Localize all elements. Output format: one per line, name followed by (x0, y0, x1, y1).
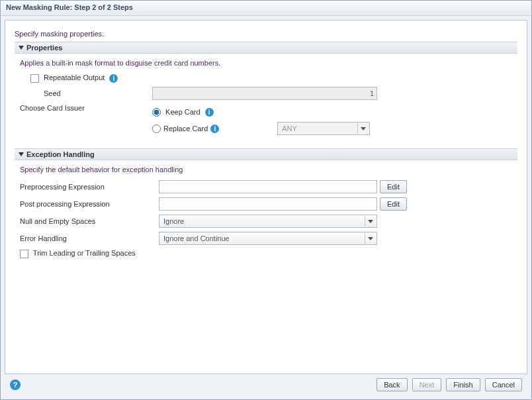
seed-row: Seed (20, 87, 512, 100)
disclosure-icon (19, 152, 24, 156)
postprocessing-row: Post processing Expression Edit (20, 197, 512, 211)
intro-text: Specify masking properties. (15, 30, 517, 38)
keep-card-label: Keep Card (165, 108, 200, 116)
null-empty-label: Null and Empty Spaces (20, 217, 159, 225)
next-button: Next (412, 378, 442, 391)
replace-card-value: ANY (282, 125, 297, 132)
repeatable-row: Repeatable Output i (20, 74, 512, 83)
replace-card-label: Replace Card (163, 125, 208, 132)
edit-button[interactable]: Edit (380, 180, 407, 193)
help-icon[interactable]: ? (10, 379, 21, 390)
properties-body: Applies a built-in mask format to disgui… (15, 59, 517, 144)
null-empty-value: Ignore (163, 217, 184, 225)
footer: ? Back Next Finish Cancel (5, 374, 527, 395)
dialog: New Masking Rule: Step 2 of 2 Steps Spec… (0, 0, 532, 400)
repeatable-label: Repeatable Output (44, 74, 105, 81)
postprocessing-label: Post processing Expression (20, 200, 159, 208)
properties-desc: Applies a built-in mask format to disgui… (20, 59, 512, 67)
exception-desc: Specify the default behavior for excepti… (20, 166, 512, 174)
replace-card-radio[interactable] (152, 125, 161, 133)
seed-input[interactable] (152, 87, 377, 100)
repeatable-checkbox[interactable] (30, 74, 39, 83)
keep-card-option[interactable]: Keep Card i (152, 108, 370, 117)
back-button[interactable]: Back (377, 378, 407, 391)
dialog-title: New Masking Rule: Step 2 of 2 Steps (1, 1, 531, 16)
disclosure-icon (19, 46, 24, 50)
chevron-down-icon (365, 233, 375, 244)
issuer-label: Choose Card Issuer (20, 104, 152, 112)
preprocessing-label: Preprocessing Expression (20, 183, 159, 191)
replace-card-option[interactable]: Replace Card i ANY (152, 122, 370, 135)
exception-header[interactable]: Exception Handling (15, 148, 517, 160)
trim-checkbox[interactable] (20, 250, 28, 258)
edit-button[interactable]: Edit (380, 197, 407, 211)
main-panel: Specify masking properties. Properties A… (5, 20, 527, 374)
error-handling-value: Ignore and Continue (163, 234, 230, 242)
preprocessing-input[interactable] (159, 180, 377, 193)
exception-heading-label: Exception Handling (26, 150, 95, 158)
content-wrap: Specify masking properties. Properties A… (1, 16, 531, 399)
null-empty-select[interactable]: Ignore (159, 215, 377, 228)
trim-label: Trim Leading or Trailing Spaces (33, 249, 136, 257)
seed-label: Seed (20, 89, 152, 97)
error-handling-label: Error Handling (20, 234, 159, 242)
null-empty-row: Null and Empty Spaces Ignore (20, 215, 512, 228)
error-handling-select[interactable]: Ignore and Continue (159, 232, 377, 245)
postprocessing-input[interactable] (159, 197, 377, 211)
chevron-down-icon (365, 216, 375, 226)
exception-body: Specify the default behavior for excepti… (15, 166, 517, 268)
issuer-row: Choose Card Issuer Keep Card i Replace C… (20, 104, 512, 136)
info-icon[interactable]: i (210, 125, 219, 133)
chevron-down-icon (357, 123, 368, 134)
properties-header[interactable]: Properties (15, 42, 517, 54)
replace-card-select: ANY (277, 122, 370, 135)
trim-row: Trim Leading or Trailing Spaces (20, 249, 512, 258)
preprocessing-row: Preprocessing Expression Edit (20, 180, 512, 193)
info-icon[interactable]: i (109, 74, 118, 83)
info-icon[interactable]: i (205, 108, 214, 117)
footer-buttons: Back Next Finish Cancel (374, 378, 522, 391)
keep-card-radio[interactable] (152, 108, 161, 117)
properties-heading-label: Properties (26, 44, 62, 52)
finish-button[interactable]: Finish (446, 378, 480, 391)
cancel-button[interactable]: Cancel (485, 378, 522, 391)
error-handling-row: Error Handling Ignore and Continue (20, 232, 512, 245)
